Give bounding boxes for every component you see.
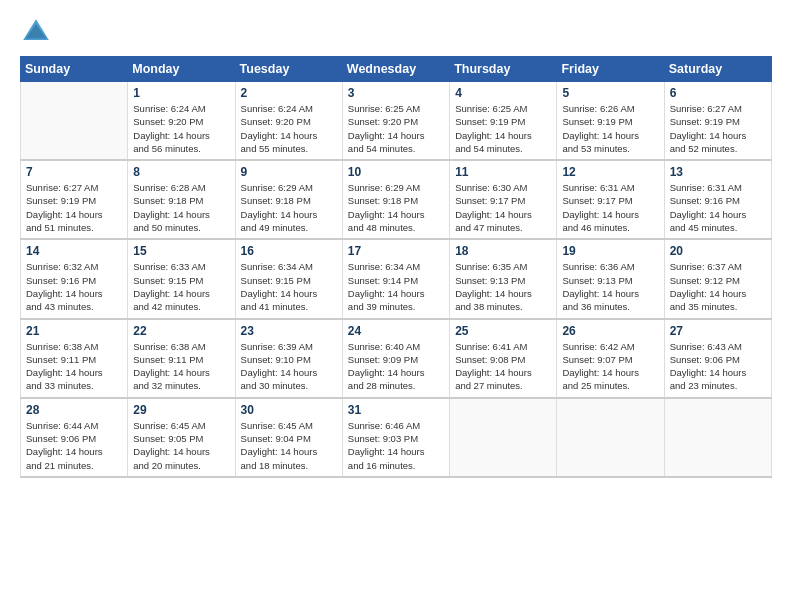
page-header <box>20 16 772 48</box>
day-number: 28 <box>26 403 122 417</box>
day-info: Sunrise: 6:35 AM Sunset: 9:13 PM Dayligh… <box>455 260 551 313</box>
day-number: 20 <box>670 244 766 258</box>
day-number: 25 <box>455 324 551 338</box>
day-cell: 8Sunrise: 6:28 AM Sunset: 9:18 PM Daylig… <box>128 160 235 239</box>
day-cell: 4Sunrise: 6:25 AM Sunset: 9:19 PM Daylig… <box>450 82 557 161</box>
day-info: Sunrise: 6:32 AM Sunset: 9:16 PM Dayligh… <box>26 260 122 313</box>
day-cell: 6Sunrise: 6:27 AM Sunset: 9:19 PM Daylig… <box>664 82 771 161</box>
col-header-friday: Friday <box>557 57 664 82</box>
day-info: Sunrise: 6:27 AM Sunset: 9:19 PM Dayligh… <box>670 102 766 155</box>
day-cell <box>557 398 664 477</box>
day-number: 5 <box>562 86 658 100</box>
day-cell: 31Sunrise: 6:46 AM Sunset: 9:03 PM Dayli… <box>342 398 449 477</box>
day-info: Sunrise: 6:31 AM Sunset: 9:17 PM Dayligh… <box>562 181 658 234</box>
day-number: 19 <box>562 244 658 258</box>
day-number: 18 <box>455 244 551 258</box>
day-info: Sunrise: 6:38 AM Sunset: 9:11 PM Dayligh… <box>26 340 122 393</box>
col-header-saturday: Saturday <box>664 57 771 82</box>
day-info: Sunrise: 6:24 AM Sunset: 9:20 PM Dayligh… <box>133 102 229 155</box>
col-header-monday: Monday <box>128 57 235 82</box>
day-number: 4 <box>455 86 551 100</box>
day-cell: 21Sunrise: 6:38 AM Sunset: 9:11 PM Dayli… <box>21 319 128 398</box>
day-info: Sunrise: 6:41 AM Sunset: 9:08 PM Dayligh… <box>455 340 551 393</box>
day-number: 29 <box>133 403 229 417</box>
day-cell: 29Sunrise: 6:45 AM Sunset: 9:05 PM Dayli… <box>128 398 235 477</box>
day-cell: 25Sunrise: 6:41 AM Sunset: 9:08 PM Dayli… <box>450 319 557 398</box>
day-cell: 26Sunrise: 6:42 AM Sunset: 9:07 PM Dayli… <box>557 319 664 398</box>
day-cell: 28Sunrise: 6:44 AM Sunset: 9:06 PM Dayli… <box>21 398 128 477</box>
day-info: Sunrise: 6:28 AM Sunset: 9:18 PM Dayligh… <box>133 181 229 234</box>
logo-icon <box>20 16 52 48</box>
day-info: Sunrise: 6:26 AM Sunset: 9:19 PM Dayligh… <box>562 102 658 155</box>
day-info: Sunrise: 6:25 AM Sunset: 9:20 PM Dayligh… <box>348 102 444 155</box>
day-cell: 24Sunrise: 6:40 AM Sunset: 9:09 PM Dayli… <box>342 319 449 398</box>
day-cell <box>21 82 128 161</box>
day-info: Sunrise: 6:34 AM Sunset: 9:15 PM Dayligh… <box>241 260 337 313</box>
col-header-sunday: Sunday <box>21 57 128 82</box>
week-row-3: 14Sunrise: 6:32 AM Sunset: 9:16 PM Dayli… <box>21 239 772 318</box>
day-info: Sunrise: 6:25 AM Sunset: 9:19 PM Dayligh… <box>455 102 551 155</box>
day-cell <box>450 398 557 477</box>
day-cell: 5Sunrise: 6:26 AM Sunset: 9:19 PM Daylig… <box>557 82 664 161</box>
calendar-table: SundayMondayTuesdayWednesdayThursdayFrid… <box>20 56 772 478</box>
day-cell: 7Sunrise: 6:27 AM Sunset: 9:19 PM Daylig… <box>21 160 128 239</box>
day-cell: 3Sunrise: 6:25 AM Sunset: 9:20 PM Daylig… <box>342 82 449 161</box>
day-info: Sunrise: 6:39 AM Sunset: 9:10 PM Dayligh… <box>241 340 337 393</box>
day-info: Sunrise: 6:29 AM Sunset: 9:18 PM Dayligh… <box>241 181 337 234</box>
day-number: 31 <box>348 403 444 417</box>
col-header-tuesday: Tuesday <box>235 57 342 82</box>
day-number: 21 <box>26 324 122 338</box>
day-info: Sunrise: 6:43 AM Sunset: 9:06 PM Dayligh… <box>670 340 766 393</box>
day-number: 12 <box>562 165 658 179</box>
day-number: 24 <box>348 324 444 338</box>
day-cell: 11Sunrise: 6:30 AM Sunset: 9:17 PM Dayli… <box>450 160 557 239</box>
day-info: Sunrise: 6:24 AM Sunset: 9:20 PM Dayligh… <box>241 102 337 155</box>
day-info: Sunrise: 6:27 AM Sunset: 9:19 PM Dayligh… <box>26 181 122 234</box>
logo <box>20 16 56 48</box>
day-number: 9 <box>241 165 337 179</box>
day-number: 3 <box>348 86 444 100</box>
day-number: 23 <box>241 324 337 338</box>
day-number: 16 <box>241 244 337 258</box>
day-info: Sunrise: 6:36 AM Sunset: 9:13 PM Dayligh… <box>562 260 658 313</box>
day-info: Sunrise: 6:38 AM Sunset: 9:11 PM Dayligh… <box>133 340 229 393</box>
day-cell: 22Sunrise: 6:38 AM Sunset: 9:11 PM Dayli… <box>128 319 235 398</box>
day-number: 14 <box>26 244 122 258</box>
day-cell: 10Sunrise: 6:29 AM Sunset: 9:18 PM Dayli… <box>342 160 449 239</box>
day-number: 7 <box>26 165 122 179</box>
day-info: Sunrise: 6:40 AM Sunset: 9:09 PM Dayligh… <box>348 340 444 393</box>
day-cell: 19Sunrise: 6:36 AM Sunset: 9:13 PM Dayli… <box>557 239 664 318</box>
day-number: 27 <box>670 324 766 338</box>
day-cell: 30Sunrise: 6:45 AM Sunset: 9:04 PM Dayli… <box>235 398 342 477</box>
day-number: 2 <box>241 86 337 100</box>
day-cell: 9Sunrise: 6:29 AM Sunset: 9:18 PM Daylig… <box>235 160 342 239</box>
day-cell: 16Sunrise: 6:34 AM Sunset: 9:15 PM Dayli… <box>235 239 342 318</box>
day-cell: 27Sunrise: 6:43 AM Sunset: 9:06 PM Dayli… <box>664 319 771 398</box>
week-row-2: 7Sunrise: 6:27 AM Sunset: 9:19 PM Daylig… <box>21 160 772 239</box>
week-row-5: 28Sunrise: 6:44 AM Sunset: 9:06 PM Dayli… <box>21 398 772 477</box>
day-cell: 13Sunrise: 6:31 AM Sunset: 9:16 PM Dayli… <box>664 160 771 239</box>
day-cell: 12Sunrise: 6:31 AM Sunset: 9:17 PM Dayli… <box>557 160 664 239</box>
day-info: Sunrise: 6:34 AM Sunset: 9:14 PM Dayligh… <box>348 260 444 313</box>
day-cell: 23Sunrise: 6:39 AM Sunset: 9:10 PM Dayli… <box>235 319 342 398</box>
day-cell: 18Sunrise: 6:35 AM Sunset: 9:13 PM Dayli… <box>450 239 557 318</box>
day-cell: 14Sunrise: 6:32 AM Sunset: 9:16 PM Dayli… <box>21 239 128 318</box>
day-info: Sunrise: 6:31 AM Sunset: 9:16 PM Dayligh… <box>670 181 766 234</box>
day-number: 1 <box>133 86 229 100</box>
day-cell: 1Sunrise: 6:24 AM Sunset: 9:20 PM Daylig… <box>128 82 235 161</box>
day-number: 22 <box>133 324 229 338</box>
day-info: Sunrise: 6:44 AM Sunset: 9:06 PM Dayligh… <box>26 419 122 472</box>
day-info: Sunrise: 6:45 AM Sunset: 9:04 PM Dayligh… <box>241 419 337 472</box>
day-number: 15 <box>133 244 229 258</box>
day-number: 11 <box>455 165 551 179</box>
col-header-wednesday: Wednesday <box>342 57 449 82</box>
day-number: 17 <box>348 244 444 258</box>
day-number: 30 <box>241 403 337 417</box>
calendar-header-row: SundayMondayTuesdayWednesdayThursdayFrid… <box>21 57 772 82</box>
day-number: 26 <box>562 324 658 338</box>
day-number: 13 <box>670 165 766 179</box>
day-cell: 20Sunrise: 6:37 AM Sunset: 9:12 PM Dayli… <box>664 239 771 318</box>
day-number: 8 <box>133 165 229 179</box>
day-info: Sunrise: 6:37 AM Sunset: 9:12 PM Dayligh… <box>670 260 766 313</box>
day-info: Sunrise: 6:30 AM Sunset: 9:17 PM Dayligh… <box>455 181 551 234</box>
